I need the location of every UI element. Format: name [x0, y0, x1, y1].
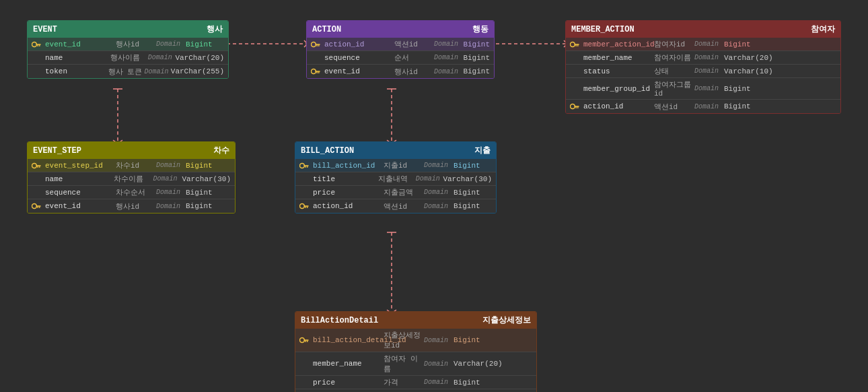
col-type: Bigint: [186, 202, 213, 210]
table-event-name: EVENT: [33, 25, 57, 34]
key-icon: [570, 41, 581, 48]
col-label: 액션id: [654, 102, 694, 112]
svg-point-36: [312, 69, 316, 74]
col-label: 참여자이름: [654, 53, 694, 63]
col-domain: Domain: [153, 175, 182, 183]
table-member-action-body: member_action_id 참여자id Domain Bigint mem…: [566, 38, 840, 113]
col-name: event_id: [45, 40, 116, 48]
table-row: action_id 액션id Domain Bigint: [307, 38, 494, 51]
table-member-action-header: MEMBER_ACTION 참여자: [566, 21, 840, 38]
svg-rect-59: [305, 341, 307, 342]
col-name: sequence: [45, 189, 116, 197]
table-row: event_id 행사id Domain Bigint: [307, 65, 494, 78]
col-type: Bigint: [186, 40, 213, 48]
col-name: token: [45, 67, 108, 75]
svg-rect-27: [38, 166, 39, 167]
fk-icon: [311, 68, 322, 75]
table-bill-action-label: 지출: [474, 145, 491, 156]
col-type: Bigint: [724, 102, 751, 110]
col-domain: Domain: [424, 189, 454, 196]
table-row: token 행사 토큰 Domain VarChar(255): [28, 65, 228, 78]
svg-rect-42: [307, 166, 308, 167]
table-row: name 차수이름 Domain Varchar(30): [28, 172, 235, 186]
table-event-label: 행사: [207, 24, 223, 35]
col-type: Bigint: [454, 162, 480, 170]
diagram-container: EVENT 행사 event_id 행사id Domain Bigint nam…: [0, 0, 868, 392]
svg-rect-45: [304, 205, 309, 207]
table-row: sequence 차수순서 Domain Bigint: [28, 186, 235, 199]
col-name: event_id: [324, 67, 394, 75]
col-type: VarChar(20): [175, 54, 224, 62]
table-row: action_id 액션id Domain Bigint: [566, 100, 840, 113]
col-type: VarChar(255): [171, 67, 224, 75]
svg-rect-43: [305, 166, 307, 167]
col-name: action_id: [313, 202, 384, 210]
table-member-action: MEMBER_ACTION 참여자 member_action_id 참여자id…: [565, 20, 841, 114]
table-bill-action-detail-label: 지출상세정보: [482, 315, 531, 326]
col-name: action_id: [324, 40, 394, 48]
col-label: 지출금액: [384, 187, 424, 197]
col-domain: Domain: [416, 175, 443, 183]
table-bill-action-detail-header: BillActionDetail 지출상세정보: [295, 312, 536, 329]
svg-point-32: [312, 42, 316, 46]
table-action-name: ACTION: [312, 25, 341, 34]
table-row: price 가격 Domain Bigint: [295, 376, 536, 389]
col-name: status: [583, 67, 654, 75]
col-label: 행사id: [116, 201, 156, 211]
col-name: bill_action_detail_id: [313, 336, 384, 344]
col-domain: Domain: [424, 203, 454, 210]
table-row: event_id 행사id Domain Bigint: [28, 38, 228, 51]
svg-point-28: [32, 204, 37, 209]
col-name: title: [313, 175, 378, 183]
svg-rect-35: [317, 44, 318, 46]
table-row: bill_action_id 지출id Domain Bigint: [295, 159, 496, 172]
key-icon: [32, 41, 42, 48]
col-domain: Domain: [694, 67, 724, 75]
col-label: 참여자id: [654, 39, 694, 49]
table-row: event_step_id 차수id Domain Bigint: [28, 159, 235, 172]
table-row: status 상태 Domain Varchar(10): [566, 65, 840, 78]
col-name: sequence: [324, 54, 394, 62]
col-type: Bigint: [186, 189, 213, 197]
svg-rect-34: [318, 44, 320, 46]
svg-rect-53: [575, 106, 579, 107]
col-domain: Domain: [434, 54, 463, 61]
col-type: Bigint: [463, 54, 490, 62]
col-label: 차수이름: [114, 174, 153, 184]
col-domain: Domain: [156, 162, 186, 169]
key-icon: [311, 41, 322, 48]
table-row: member_group_id 참여자그룹id Domain Bigint: [566, 78, 840, 100]
svg-rect-41: [304, 165, 309, 166]
table-event-step-name: EVENT_STEP: [33, 146, 81, 156]
svg-rect-50: [577, 44, 579, 46]
col-domain: Domain: [148, 54, 176, 61]
col-domain: Domain: [694, 85, 724, 92]
col-domain: Domain: [694, 40, 724, 48]
table-event-body: event_id 행사id Domain Bigint name 행사이름 Do…: [28, 38, 228, 78]
col-type: Bigint: [454, 379, 480, 387]
col-domain: Domain: [424, 360, 454, 368]
col-type: Bigint: [463, 67, 490, 75]
col-domain: Domain: [694, 103, 724, 110]
svg-rect-30: [39, 207, 40, 208]
col-label: 순서: [394, 53, 434, 63]
svg-rect-37: [316, 71, 320, 72]
table-member-action-name: MEMBER_ACTION: [571, 25, 635, 34]
svg-point-52: [571, 104, 575, 109]
table-member-action-label: 참여자: [811, 24, 835, 35]
col-type: Varchar(30): [443, 175, 492, 183]
table-bill-action-detail-name: BillActionDetail: [301, 316, 378, 325]
col-name: bill_action_id: [313, 162, 384, 170]
col-type: Bigint: [186, 162, 213, 170]
table-row: member_name 참여자 이름 Domain Varchar(20): [295, 352, 536, 376]
col-type: Bigint: [724, 40, 751, 48]
table-bill-action: BILL_ACTION 지출 bill_action_id 지출id Domai…: [295, 141, 497, 214]
table-bill-action-detail-body: bill_action_detail_id 지출상세정보id Domain Bi…: [295, 329, 536, 392]
svg-rect-57: [304, 339, 309, 341]
svg-point-40: [300, 163, 305, 168]
svg-point-56: [300, 338, 305, 343]
col-name: action_id: [583, 102, 654, 110]
svg-point-44: [300, 204, 305, 209]
col-name: name: [45, 54, 110, 62]
col-label: 행사이름: [110, 53, 148, 63]
